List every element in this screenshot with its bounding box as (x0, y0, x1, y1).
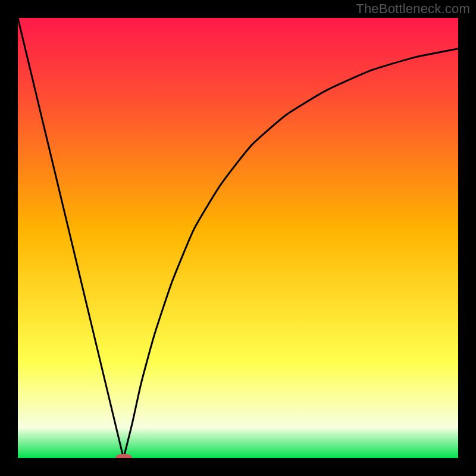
chart-frame: TheBottleneck.com (0, 0, 476, 476)
minimum-marker (115, 454, 132, 458)
watermark-text: TheBottleneck.com (356, 1, 470, 17)
plot-area (18, 18, 458, 458)
bottleneck-curve (18, 18, 458, 458)
